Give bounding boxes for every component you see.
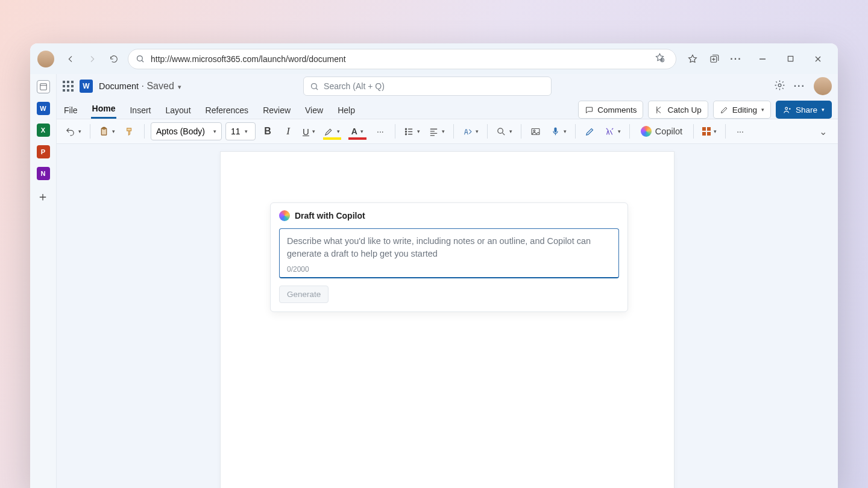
browser-actions: ··· [687,54,741,64]
window-controls [749,49,832,69]
share-button[interactable]: Share▾ [776,101,832,119]
svg-point-7 [785,107,788,110]
word-app: W Document · Saved ▾ Search (Alt + Q) ··… [57,74,838,488]
tab-view[interactable]: View [304,102,324,119]
copilot-button[interactable]: Copilot [636,122,687,140]
add-favorite-icon[interactable] [655,52,665,65]
forward-button[interactable] [82,49,102,69]
word-app-icon: W [80,80,93,93]
copilot-icon [279,210,290,221]
copilot-icon [641,126,652,137]
rail-onenote-icon[interactable]: N [37,167,50,180]
font-color-button[interactable]: A ▾ [347,122,368,140]
copilot-char-count: 0/2000 [287,265,611,274]
generate-button[interactable]: Generate [279,286,329,303]
maximize-button[interactable] [776,49,804,69]
document-page[interactable]: Draft with Copilot Describe what you'd l… [220,151,675,488]
back-button[interactable] [60,49,81,69]
svg-point-5 [312,83,317,89]
tab-insert[interactable]: Insert [128,102,152,119]
collections-icon[interactable] [709,54,720,64]
tab-references[interactable]: References [204,102,250,119]
svg-rect-16 [555,128,556,132]
paste-button[interactable]: ▾ [96,122,118,140]
bold-button[interactable]: B [259,122,276,140]
browser-toolbar: ··· [30,43,838,74]
rail-add-button[interactable]: ＋ [37,189,50,202]
toolbar-more-button[interactable]: ··· [732,122,749,140]
format-painter-button[interactable] [121,122,138,140]
tab-review[interactable]: Review [262,102,292,119]
search-box[interactable]: Search (Alt + Q) [303,77,552,96]
document-canvas[interactable]: Draft with Copilot Describe what you'd l… [57,144,838,488]
svg-rect-3 [788,56,793,61]
app-header: W Document · Saved ▾ Search (Alt + Q) ··… [57,74,838,98]
rail-word-icon[interactable]: W [37,102,50,115]
more-font-button[interactable]: ··· [372,122,389,140]
copilot-prompt-placeholder: Describe what you'd like to write, inclu… [287,235,611,260]
copilot-draft-card: Draft with Copilot Describe what you'd l… [270,202,628,312]
editing-mode-button[interactable]: Editing▾ [713,101,771,119]
bullets-button[interactable]: ▾ [401,122,423,140]
copilot-card-title: Draft with Copilot [295,211,365,221]
svg-point-13 [498,128,503,133]
document-title[interactable]: Document · Saved ▾ [99,81,181,92]
font-size-select[interactable]: 11▾ [225,122,256,140]
italic-button[interactable]: I [280,122,297,140]
more-options-icon[interactable]: ··· [794,81,805,92]
svg-point-15 [533,130,535,131]
find-button[interactable]: ▾ [494,122,515,140]
chevron-down-icon: ▾ [178,83,181,90]
align-button[interactable]: ▾ [426,122,447,140]
ribbon-collapse-icon[interactable]: ⌄ [814,126,832,137]
ribbon-tabs: File Home Insert Layout References Revie… [57,98,838,119]
svg-rect-14 [532,128,539,134]
designer-button[interactable]: ▾ [602,122,623,140]
svg-point-12 [405,133,406,134]
tab-home[interactable]: Home [91,100,117,119]
svg-point-6 [778,84,781,87]
svg-rect-9 [102,127,105,129]
add-ins-button[interactable]: ▾ [700,122,719,140]
tab-layout[interactable]: Layout [164,102,192,119]
font-family-select[interactable]: Aptos (Body)▾ [151,122,222,140]
search-placeholder: Search (Alt + Q) [324,81,385,91]
rail-powerpoint-icon[interactable]: P [37,145,50,158]
insert-picture-button[interactable] [527,122,544,140]
svg-point-0 [137,56,143,61]
catch-up-button[interactable]: Catch Up [648,101,708,119]
styles-button[interactable]: ▾ [460,122,481,140]
svg-rect-4 [40,84,46,90]
app-rail: W X P N ＋ [30,74,57,488]
browser-more-icon[interactable]: ··· [731,54,741,64]
url-input[interactable] [151,54,649,64]
tab-help[interactable]: Help [336,102,356,119]
tab-file[interactable]: File [63,102,79,119]
app-launcher-icon[interactable] [63,81,74,92]
highlight-color-button[interactable]: ▾ [321,122,343,140]
minimize-button[interactable] [749,49,776,69]
copilot-prompt-input[interactable]: Describe what you'd like to write, inclu… [279,228,619,278]
profile-avatar[interactable] [37,51,54,67]
editor-button[interactable] [582,122,599,140]
user-avatar[interactable] [814,77,832,95]
comments-button[interactable]: Comments [578,101,643,119]
svg-point-11 [405,131,406,132]
refresh-button[interactable] [104,49,124,69]
undo-button[interactable]: ▾ [63,122,84,140]
svg-point-10 [405,128,406,130]
rail-excel-icon[interactable]: X [37,124,50,137]
rail-tab-icon[interactable] [37,80,50,93]
address-bar[interactable] [128,49,676,69]
dictate-button[interactable]: ▾ [548,122,569,140]
favorites-icon[interactable] [687,54,698,64]
settings-icon[interactable] [774,80,785,93]
ribbon-toolbar: ▾ ▾ Aptos (Body)▾ 11▾ B I U▾ ▾ [57,119,838,144]
browser-window: ··· W X P N ＋ W Document · Saved ▾ [30,43,838,488]
underline-button[interactable]: U▾ [300,122,318,140]
close-button[interactable] [804,49,832,69]
